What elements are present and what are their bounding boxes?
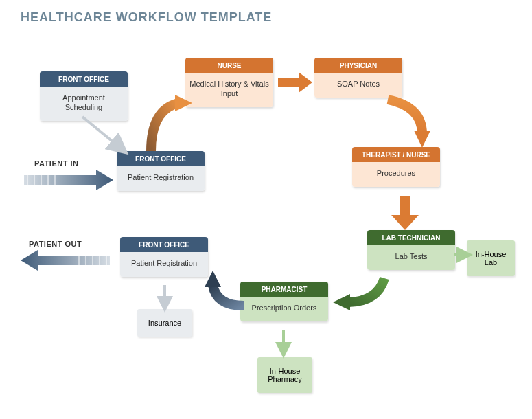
node-body: SOAP Notes (314, 73, 402, 98)
arrow-lab-to-inhouse-lab (454, 249, 472, 263)
node-nurse: NURSE Medical History & Vitals Input (185, 58, 273, 107)
node-pharmacist: PHARMACIST Prescription Orders (240, 282, 328, 321)
node-body: Lab Tests (367, 245, 455, 270)
patient-out-arrow (21, 250, 110, 273)
svg-marker-15 (278, 72, 312, 93)
patient-in-arrow (24, 170, 113, 193)
arrow-fo3-to-insurance (159, 285, 170, 314)
node-body: Procedures (352, 162, 440, 187)
node-lab-technician: LAB TECHNICIAN Lab Tests (367, 230, 455, 270)
svg-marker-14 (175, 95, 192, 111)
subbox-inhouse-pharmacy: In-House Pharmacy (257, 357, 312, 393)
patient-in-label: PATIENT IN (34, 159, 78, 168)
node-body: Prescription Orders (240, 297, 328, 321)
patient-out-label: PATIENT OUT (29, 240, 82, 248)
arrow-fo2-to-nurse (141, 96, 196, 161)
svg-marker-6 (21, 250, 110, 271)
node-header: NURSE (185, 58, 273, 73)
node-header: FRONT OFFICE (40, 71, 128, 87)
arrow-pharmacist-to-inhouse-pharmacy (278, 330, 289, 360)
svg-marker-17 (391, 196, 419, 230)
node-header: FRONT OFFICE (120, 237, 208, 252)
diagram-title: HEALTHCARE WORKFLOW TEMPLATE (21, 10, 272, 25)
node-header: PHARMACIST (240, 282, 328, 297)
subbox-inhouse-lab: In-House Lab (467, 240, 515, 276)
arrow-fo1-to-fo2 (82, 117, 130, 161)
svg-marker-0 (24, 170, 113, 190)
node-front-office-appointment: FRONT OFFICE Appointment Scheduling (40, 71, 128, 121)
svg-line-13 (82, 117, 120, 148)
svg-marker-16 (414, 131, 430, 148)
arrow-nurse-to-physician (278, 72, 312, 95)
arrow-physician-to-therapist (384, 96, 439, 161)
node-physician: PHYSICIAN SOAP Notes (314, 58, 402, 98)
node-front-office-registration-out: FRONT OFFICE Patient Registration (120, 237, 208, 277)
svg-marker-20 (333, 294, 350, 310)
node-header: PHYSICIAN (314, 58, 402, 73)
arrow-pharmacist-to-fo3 (196, 275, 251, 319)
node-body: Appointment Scheduling (40, 87, 128, 121)
node-body: Patient Registration (117, 166, 205, 191)
arrow-lab-to-pharmacist (329, 275, 391, 319)
arrow-therapist-to-lab (391, 196, 419, 233)
node-body: Medical History & Vitals Input (185, 73, 273, 107)
node-body: Patient Registration (120, 252, 208, 277)
